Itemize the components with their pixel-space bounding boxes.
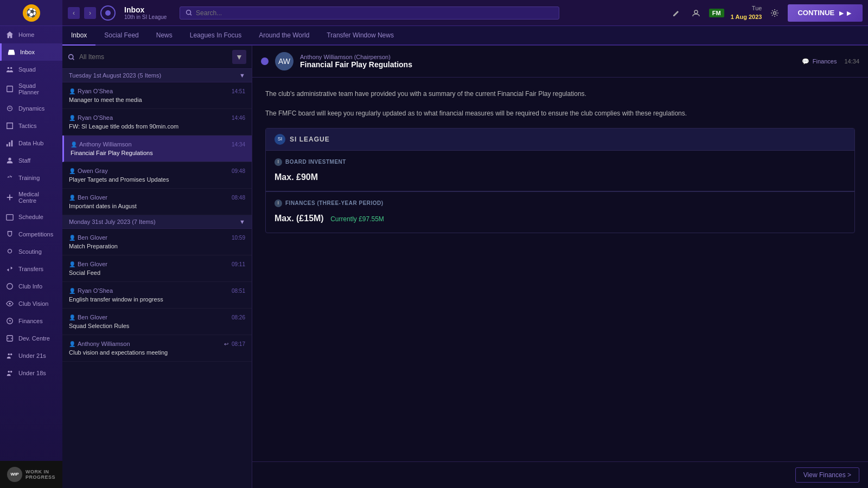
sidebar-item-transfers[interactable]: Transfers xyxy=(0,260,62,278)
sidebar-item-finances[interactable]: Finances xyxy=(0,312,62,330)
inbox-item-msg6[interactable]: 👤 Ben Glover 10:59 Match Preparation xyxy=(62,229,252,255)
profile-icon[interactable] xyxy=(690,7,703,20)
tab-leagues[interactable]: Leagues In Focus xyxy=(181,26,250,46)
global-search-input[interactable] xyxy=(196,9,553,17)
sidebar-item-under-18s[interactable]: Under 18s xyxy=(0,364,62,382)
medical-icon xyxy=(5,193,14,202)
sidebar: ⚽ Home Inbox Squad Squad Planner Dynamic… xyxy=(0,0,62,488)
sidebar-item-scouting[interactable]: Scouting xyxy=(0,243,62,260)
svg-point-17 xyxy=(10,371,12,373)
inbox-item-msg5[interactable]: 👤 Ben Glover 08:48 Important dates in Au… xyxy=(62,189,252,215)
inbox-list: Tuesday 1st August 2023 (5 Items) ▼ 👤 Ry… xyxy=(62,69,252,488)
svg-rect-4 xyxy=(7,144,8,146)
continue-button[interactable]: CONTINUE ►► xyxy=(788,4,863,22)
inbox-item-msg9[interactable]: 👤 Ben Glover 08:26 Squad Selection Rules xyxy=(62,309,252,335)
club-info-icon xyxy=(5,282,14,291)
view-finances-button[interactable]: View Finances > xyxy=(795,467,859,483)
svg-point-18 xyxy=(187,10,191,15)
detail-para-2: The FMFC board will keep you regularly u… xyxy=(265,108,855,119)
forward-button[interactable]: › xyxy=(84,7,96,19)
sidebar-item-club-vision[interactable]: Club Vision xyxy=(0,295,62,312)
svg-point-7 xyxy=(8,158,11,160)
svg-point-16 xyxy=(8,371,10,373)
group-collapse-icon: ▼ xyxy=(239,72,245,79)
inbox-item-msg4[interactable]: 👤 Owen Gray 09:48 Player Targets and Pro… xyxy=(62,162,252,189)
message-icon: 💬 xyxy=(802,58,809,65)
detail-card-header: SI SI LEAGUE xyxy=(266,129,854,150)
sidebar-item-club-info[interactable]: Club Info xyxy=(0,278,62,295)
sidebar-item-schedule[interactable]: Schedule xyxy=(0,208,62,226)
squad-icon xyxy=(5,65,14,74)
detail-footer: View Finances > xyxy=(252,461,868,488)
sender-person-icon: 👤 xyxy=(69,261,75,267)
inbox-panel: ▼ Tuesday 1st August 2023 (5 Items) ▼ 👤 … xyxy=(62,46,252,488)
dynamics-icon xyxy=(5,104,14,113)
topbar: ‹ › Inbox 10th in SI League FM Tue 1 Aug… xyxy=(62,0,868,26)
tab-transfer[interactable]: Transfer Window News xyxy=(318,26,403,46)
wip-text: WORK INPROGRESS xyxy=(25,469,55,480)
board-investment-value: Max. £90M xyxy=(275,170,846,184)
topbar-right: FM Tue 1 Aug 2023 CONTINUE ►► xyxy=(670,4,863,22)
svg-point-19 xyxy=(694,10,698,14)
sender-person-icon: 👤 xyxy=(69,341,75,347)
tab-social[interactable]: Social Feed xyxy=(95,26,147,46)
sidebar-item-competitions[interactable]: Competitions xyxy=(0,226,62,243)
sidebar-item-dev-centre[interactable]: Dev. Centre xyxy=(0,330,62,347)
global-search-box[interactable] xyxy=(180,7,559,20)
svg-point-10 xyxy=(7,284,13,290)
settings-icon[interactable] xyxy=(768,7,781,20)
inbox-item-msg2[interactable]: 👤 Ryan O'Shea 14:46 FW: SI League title … xyxy=(62,109,252,136)
date-group-jul31[interactable]: Monday 31st July 2023 (7 Items) ▼ xyxy=(62,215,252,229)
home-nav-button[interactable] xyxy=(100,5,116,21)
sidebar-item-staff[interactable]: Staff xyxy=(0,152,62,169)
schedule-icon xyxy=(5,213,14,221)
date-group-aug1[interactable]: Tuesday 1st August 2023 (5 Items) ▼ xyxy=(62,69,252,82)
tab-news[interactable]: News xyxy=(148,26,181,46)
sidebar-item-medical[interactable]: Medical Centre xyxy=(0,187,62,208)
inbox-subtitle: 10th in SI League xyxy=(124,14,167,20)
detail-time: 14:34 xyxy=(844,58,859,65)
staff-icon xyxy=(5,156,14,165)
detail-card-ffp: SI SI LEAGUE i BOARD INVESTMENT Max. £90… xyxy=(265,128,855,233)
league-name: SI LEAGUE xyxy=(290,134,330,145)
sidebar-item-tactics[interactable]: Tactics xyxy=(0,117,62,134)
wip-badge: WIP WORK INPROGRESS xyxy=(0,461,62,488)
fm-badge: FM xyxy=(709,9,724,17)
sidebar-item-home[interactable]: Home xyxy=(0,26,62,43)
detail-header: AW Anthony Williamson (Chairperson) Fina… xyxy=(252,46,868,78)
tab-around[interactable]: Around the World xyxy=(250,26,318,46)
inbox-filter-button[interactable]: ▼ xyxy=(232,50,246,64)
tab-inbox[interactable]: Inbox xyxy=(62,26,95,46)
home-icon xyxy=(5,30,14,39)
sidebar-item-training[interactable]: Training xyxy=(0,169,62,187)
svg-rect-8 xyxy=(7,215,13,221)
svg-point-20 xyxy=(774,11,776,14)
club-vision-icon xyxy=(5,299,14,308)
sidebar-item-inbox[interactable]: Inbox xyxy=(0,43,62,61)
inbox-item-msg10[interactable]: 👤 Anthony Williamson ↩ 08:17 Club vision… xyxy=(62,335,252,362)
inbox-search-input[interactable] xyxy=(79,53,228,61)
sidebar-item-squad-planner[interactable]: Squad Planner xyxy=(0,78,62,100)
inbox-search-icon xyxy=(68,54,75,61)
sidebar-item-dynamics[interactable]: Dynamics xyxy=(0,100,62,117)
detail-subject: Financial Fair Play Regulations xyxy=(300,60,795,69)
group-collapse-icon: ▼ xyxy=(239,219,245,225)
detail-card-section-finances: i FINANCES (THREE-YEAR PERIOD) Max. (£15… xyxy=(266,191,854,232)
sidebar-item-squad[interactable]: Squad xyxy=(0,61,62,78)
inbox-item-msg7[interactable]: 👤 Ben Glover 09:11 Social Feed xyxy=(62,255,252,282)
inbox-item-msg1[interactable]: 👤 Ryan O'Shea 14:51 Manager to meet the … xyxy=(62,82,252,109)
navtabs: Inbox Social Feed News Leagues In Focus … xyxy=(62,26,868,46)
sender-person-icon: 👤 xyxy=(69,235,75,241)
sidebar-item-data-hub[interactable]: Data Hub xyxy=(0,134,62,152)
sender-person-icon: 👤 xyxy=(69,288,75,294)
back-button[interactable]: ‹ xyxy=(68,7,80,19)
sidebar-item-under-21s[interactable]: Under 21s xyxy=(0,347,62,364)
edit-icon[interactable] xyxy=(670,7,683,20)
finances-icon xyxy=(5,317,14,325)
svg-point-14 xyxy=(8,354,10,356)
inbox-item-msg8[interactable]: 👤 Ryan O'Shea 08:51 English transfer win… xyxy=(62,282,252,309)
sender-person-icon: 👤 xyxy=(69,314,75,320)
inbox-item-msg3[interactable]: 👤 Anthony Williamson 14:34 Financial Fai… xyxy=(62,136,252,162)
continue-label: CONTINUE xyxy=(797,9,834,17)
under-21s-icon xyxy=(5,351,14,360)
